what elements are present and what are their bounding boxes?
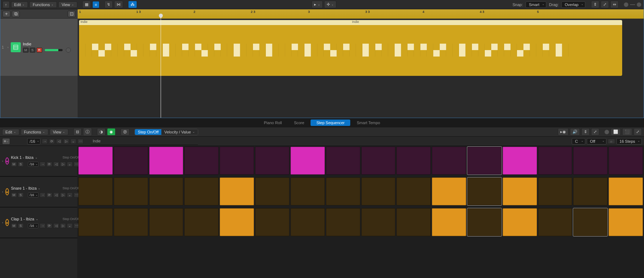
step-cell[interactable] [432, 147, 466, 175]
seq-row-header[interactable]: › ● Kick 1 - Ibiza ⌄Step On/Off M S /16⌄… [0, 146, 77, 177]
seq-zoom-knob[interactable] [604, 130, 609, 135]
v-split-icon[interactable]: ⬛ [622, 128, 632, 136]
automation-icon[interactable]: ↯ [104, 1, 113, 8]
step-cell[interactable] [149, 208, 184, 236]
step-cell[interactable] [503, 208, 537, 236]
row-solo-button[interactable]: S [18, 192, 24, 197]
note-right-button[interactable]: ▷ [63, 139, 69, 144]
velocity-mode[interactable]: Velocity / Value ⌄ [161, 129, 197, 135]
row-mute-button[interactable]: M [11, 192, 17, 197]
timeline-ruler[interactable]: 11 322 333 344 35 [78, 9, 644, 19]
inspector-icon[interactable]: ⊟ [73, 128, 82, 136]
step-cell[interactable] [609, 147, 643, 175]
pencil-tool[interactable]: ✢⌄ [324, 1, 336, 8]
row-note-r-button[interactable]: ▷ [60, 192, 66, 197]
row-disclosure-icon[interactable]: › [2, 221, 3, 224]
loop-button[interactable]: ⟳ [49, 139, 55, 144]
mono-icon[interactable]: ▸◉ [558, 128, 569, 136]
step-cell[interactable] [396, 208, 431, 236]
functions-menu[interactable]: Functions⌄ [29, 1, 57, 8]
step-cell[interactable] [114, 208, 148, 236]
arrange-area[interactable]: 11 322 333 344 35 Indie Indie [78, 9, 644, 118]
row-direction-button[interactable]: → [40, 192, 45, 197]
row-loop-button[interactable]: ⟳ [47, 223, 52, 228]
row-disclosure-icon[interactable]: › [2, 190, 3, 194]
step-cell[interactable] [184, 177, 219, 205]
step-cell[interactable] [78, 177, 113, 205]
step-cell[interactable] [503, 147, 537, 175]
preview-icon[interactable]: ◑ [97, 128, 106, 136]
tab-smart-tempo[interactable]: Smart Tempo [351, 120, 386, 126]
row-chev-button[interactable]: ⌄ [67, 162, 73, 167]
mute-button[interactable]: M [23, 48, 29, 53]
step-cell[interactable] [220, 208, 254, 236]
scale-dropdown[interactable]: Off⌄ [587, 138, 606, 145]
seq-functions-menu[interactable]: Functions⌄ [21, 129, 48, 135]
step-cell[interactable] [467, 208, 502, 236]
step-cell[interactable] [432, 208, 466, 236]
step-cell[interactable] [255, 147, 289, 175]
step-cell[interactable] [609, 177, 643, 205]
step-cell[interactable] [326, 208, 360, 236]
step-cell[interactable] [609, 208, 643, 236]
row-note-l-button[interactable]: ◁ [53, 162, 59, 167]
zoom-v-knob[interactable] [624, 2, 629, 7]
row-solo-button[interactable]: S [18, 223, 24, 228]
more-button[interactable]: ⋯ [78, 139, 83, 144]
midi-in-icon[interactable]: ◉ [107, 128, 116, 136]
row-note-r-button[interactable]: ▷ [60, 162, 66, 167]
step-cell[interactable] [114, 147, 148, 175]
step-cell[interactable] [326, 147, 360, 175]
zoom-fit-icon[interactable]: ⤢ [601, 1, 609, 8]
step-cell[interactable] [361, 147, 396, 175]
zoom-h-knob[interactable] [636, 2, 641, 7]
grid-icon[interactable]: ▦ [82, 1, 91, 8]
zoom-v2-icon[interactable]: ⇕ [581, 128, 590, 136]
step-cell[interactable] [538, 208, 572, 236]
pan-knob[interactable] [66, 48, 71, 53]
step-cell[interactable] [255, 208, 289, 236]
record-button[interactable]: R [36, 48, 42, 53]
step-cell[interactable] [361, 208, 396, 236]
step-cell[interactable] [291, 147, 325, 175]
list-icon[interactable]: ≡ [92, 1, 99, 8]
tab-score[interactable]: Score [288, 120, 310, 126]
sound-icon[interactable]: 🔊 [570, 128, 580, 136]
zoom-v-icon[interactable]: ⇕ [591, 1, 599, 8]
row-direction-button[interactable]: → [40, 162, 45, 167]
add-track-button[interactable]: + [3, 11, 10, 17]
snap-icon[interactable]: ⁂ [128, 1, 137, 8]
search-icon[interactable]: ⌕ [608, 139, 615, 144]
volume-slider[interactable] [45, 49, 63, 51]
solo-button[interactable]: S [30, 48, 35, 53]
row-note-l-button[interactable]: ◁ [53, 192, 59, 197]
step-cell[interactable] [114, 177, 148, 205]
row-loop-button[interactable]: ⟳ [47, 192, 52, 197]
step-cell[interactable] [220, 177, 254, 205]
direction-button[interactable]: → [42, 139, 48, 144]
chev-down-button[interactable]: ⌄ [70, 139, 76, 144]
row-mute-button[interactable]: M [11, 223, 17, 228]
tab-piano-roll[interactable]: Piano Roll [258, 120, 288, 126]
row-chev-button[interactable]: ⌄ [67, 192, 73, 197]
step-cell[interactable] [538, 147, 572, 175]
live-record-icon[interactable]: ⦿ [121, 128, 130, 136]
step-cell[interactable] [220, 147, 254, 175]
catch-playhead-button[interactable]: ⊡ [68, 11, 75, 17]
pointer-tool[interactable]: ▸⌄ [312, 1, 323, 8]
info-icon[interactable]: ⓘ [83, 128, 92, 136]
step-cell[interactable] [573, 177, 608, 205]
tab-step-sequencer[interactable]: Step Sequencer [311, 120, 350, 126]
step-cell[interactable] [538, 177, 572, 205]
row-note-l-button[interactable]: ◁ [53, 223, 59, 228]
row-loop-button[interactable]: ⟳ [47, 162, 52, 167]
seq-view-menu[interactable]: View⌄ [50, 129, 69, 135]
step-cell[interactable] [291, 208, 325, 236]
step-cell[interactable] [503, 177, 537, 205]
step-cell[interactable] [361, 177, 396, 205]
step-cell[interactable] [396, 147, 431, 175]
step-cell[interactable] [396, 177, 431, 205]
zoom-h-icon[interactable]: ⇔ [610, 1, 619, 8]
row-division-dropdown[interactable]: /16⌄ [28, 192, 39, 197]
step-cell[interactable] [149, 177, 184, 205]
